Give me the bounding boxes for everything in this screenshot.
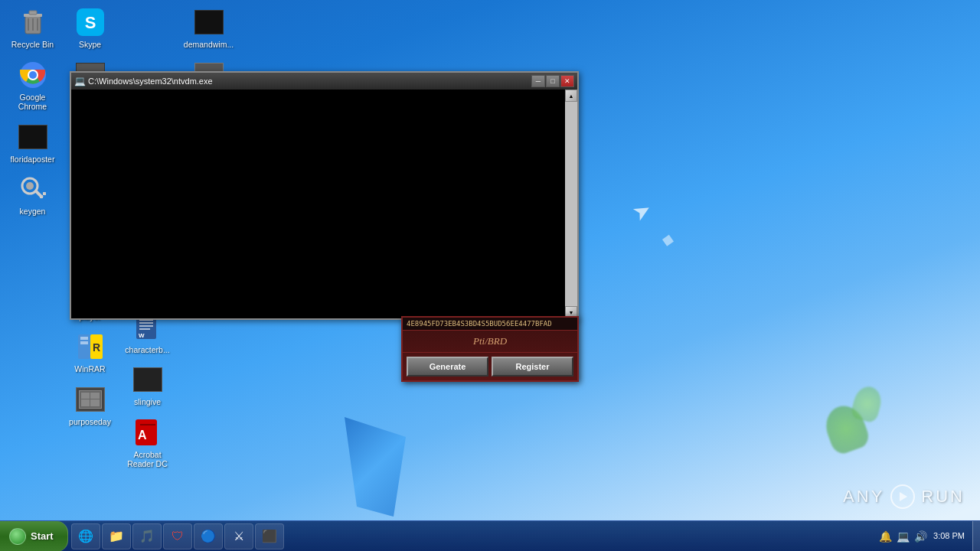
volume-icon[interactable]: 🔊 (914, 530, 927, 543)
taskbar-shield[interactable]: ⚔ (224, 523, 253, 549)
scroll-track (565, 102, 577, 306)
svg-rect-35 (139, 322, 153, 324)
cmd-scrollbar[interactable]: ▲ ▼ (565, 90, 577, 318)
svg-text:R: R (93, 341, 100, 354)
desktop-icon-purposeday[interactable]: purposeday (61, 381, 119, 430)
svg-rect-36 (139, 325, 153, 327)
taskbar-system-icons: 🔔 💻 🔊 (873, 530, 933, 543)
cmd-taskbar-icon: ⬛ (262, 529, 277, 543)
taskbar-media[interactable]: 🎵 (132, 523, 162, 549)
antivirus-icon: 🛡 (170, 530, 185, 543)
desktop-icon-skype[interactable]: S Skype (61, 4, 119, 53)
taskbar-clock: 3:08 PM (933, 530, 972, 542)
folder-icon: 📁 (109, 529, 124, 543)
cmd-body: ▲ ▼ (71, 90, 577, 318)
desktop-icon-slingive[interactable]: slingive (119, 361, 176, 410)
anyrun-run-text: RUN (921, 487, 965, 507)
taskbar-time: 3:08 PM (933, 530, 965, 542)
desktop-icon-column-1: Recycle Bin Google Chrome (0, 0, 57, 223)
notification-icon[interactable]: 🔔 (879, 530, 892, 543)
blue-ribbon-decor (345, 417, 406, 517)
shield-taskbar-icon: ⚔ (231, 529, 247, 543)
scroll-up-button[interactable]: ▲ (565, 90, 577, 102)
show-desktop-button[interactable] (972, 521, 980, 552)
anyrun-play-icon (890, 484, 915, 509)
svg-rect-13 (40, 195, 43, 198)
desktop-icon-google-chrome[interactable]: Google Chrome (4, 57, 61, 115)
cmd-titlebar: 💻 C:\Windows\system32\ntvdm.exe ─ □ ✕ (71, 73, 577, 90)
close-button[interactable]: ✕ (560, 75, 574, 87)
desktop: Recycle Bin Google Chrome (0, 0, 980, 551)
start-label: Start (31, 530, 54, 542)
cmd-icon: 💻 (74, 76, 85, 86)
keygen-popup: 4E8945FD73EB4S3BD4S5BUD56EE4477BFAD Pti/… (401, 316, 579, 382)
svg-rect-27 (80, 337, 88, 340)
svg-text:S: S (84, 13, 96, 32)
desktop-icon-demandwim[interactable]: demandwim... (180, 4, 237, 53)
svg-rect-14 (43, 192, 46, 195)
svg-rect-28 (80, 341, 88, 344)
generate-button[interactable]: Generate (407, 357, 488, 377)
svg-marker-41 (900, 492, 907, 501)
taskbar-antivirus[interactable]: 🛡 (163, 523, 192, 549)
keygen-button-row: Generate Register (403, 353, 577, 380)
svg-text:W: W (139, 332, 145, 339)
anyrun-text: ANY (843, 487, 884, 507)
register-button[interactable]: Register (492, 357, 573, 377)
svg-text:A: A (138, 429, 147, 442)
taskbar-folder[interactable]: 📁 (102, 523, 131, 549)
cmd-title: C:\Windows\system32\ntvdm.exe (88, 77, 531, 86)
svg-point-9 (29, 71, 37, 79)
cmd-window-controls: ─ □ ✕ (531, 75, 574, 87)
svg-rect-2 (29, 11, 37, 15)
bird-decor-2: ◆ (661, 229, 675, 249)
taskbar-cmd[interactable]: ⬛ (255, 523, 284, 549)
keygen-name: Pti/BRD (403, 331, 577, 353)
bird-decor-1: ➤ (628, 196, 655, 227)
taskbar-chrome[interactable]: 🔵 (194, 523, 223, 549)
taskbar-ie[interactable]: 🌐 (71, 523, 100, 549)
network-icon[interactable]: 💻 (897, 530, 910, 543)
ie-icon: 🌐 (78, 529, 93, 543)
taskbar: Start 🌐 📁 🎵 🛡 🔵 ⚔ ⬛ (0, 520, 980, 551)
cmd-window[interactable]: 💻 C:\Windows\system32\ntvdm.exe ─ □ ✕ ▲ … (70, 71, 579, 320)
anyrun-watermark: ANY RUN (843, 484, 965, 509)
taskbar-items: 🌐 📁 🎵 🛡 🔵 ⚔ ⬛ (68, 521, 873, 551)
decor-orb-2 (850, 383, 884, 424)
keygen-serial: 4E8945FD73EB4S3BD4S5BUD56EE4477BFAD (403, 318, 577, 331)
svg-rect-37 (139, 328, 150, 330)
desktop-icon-recycle-bin[interactable]: Recycle Bin (4, 4, 61, 53)
start-button[interactable]: Start (0, 521, 68, 552)
chrome-taskbar-icon: 🔵 (201, 529, 216, 543)
media-icon: 🎵 (139, 529, 155, 543)
desktop-icon-winrar[interactable]: R WinRAR (61, 328, 119, 377)
minimize-button[interactable]: ─ (531, 75, 545, 87)
svg-point-11 (26, 182, 34, 190)
desktop-icon-acrobat[interactable]: A Acrobat Reader DC (119, 414, 176, 472)
desktop-icon-keygen[interactable]: keygen (4, 171, 61, 220)
start-orb (9, 528, 26, 545)
maximize-button[interactable]: □ (546, 75, 560, 87)
desktop-icon-floridaposter[interactable]: floridaposter (4, 119, 61, 168)
